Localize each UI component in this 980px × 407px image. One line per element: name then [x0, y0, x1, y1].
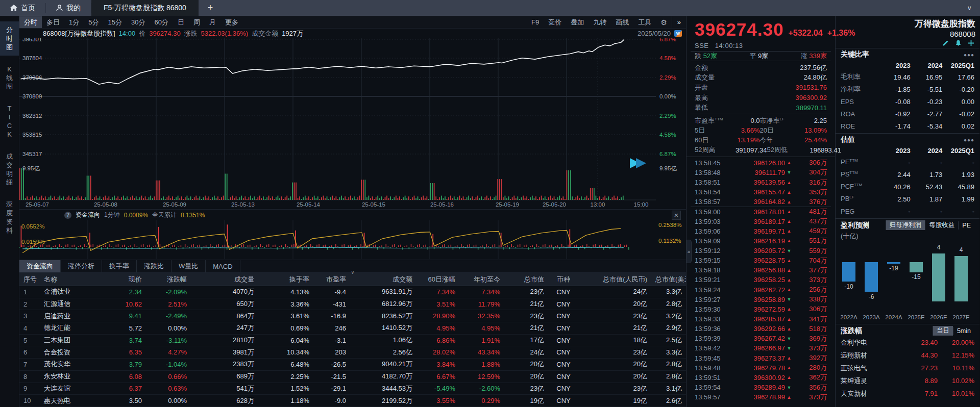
tab-W量比[interactable]: W量比 — [172, 260, 206, 272]
cell: 7.34% — [459, 288, 504, 296]
table-row[interactable]: 4德龙汇能5.720.00%247万0.69%2461410.52万4.95%4… — [19, 322, 686, 335]
tab-MACD[interactable]: MACD — [206, 260, 240, 272]
toolbar-item-叠加[interactable]: 叠加 — [566, 16, 589, 28]
table-row[interactable]: 1金浦钛业2.34-2.09%4070万4.13%-9.49631.91万7.3… — [19, 286, 686, 298]
mover-row[interactable]: 天安新材7.9110.01% — [841, 387, 974, 400]
main-intraday-chart[interactable]: 3963013878043793063708093623123538153453… — [19, 38, 686, 209]
mine-tab[interactable]: 我的 — [46, 0, 91, 16]
capital-flow-svg[interactable]: 0.0552%0.0159%0.2538%0.1132% — [19, 220, 687, 259]
toolbar-item-F9[interactable]: F9 — [527, 16, 544, 28]
forecast-tab-PE[interactable]: PE — [958, 221, 974, 230]
mover-pct: 12.15% — [938, 351, 974, 359]
column-header-总市值(人民币)[interactable]: 总市值(人民币) — [579, 275, 651, 284]
cell: -5.49% — [416, 385, 459, 392]
toolbar-item-日[interactable]: 日 — [173, 16, 189, 28]
table-row[interactable]: 10惠天热电3.500.00%628万1.18%-9.02199.52万3.55… — [19, 395, 686, 407]
main-column: 分时多日1分5分15分30分60分日周月更多F9竞价叠加九转画线工具⚙» 868… — [19, 16, 687, 407]
settings-gear-icon[interactable]: ⚙ — [656, 16, 672, 28]
sidebar-item-分时图[interactable]: 分时图 — [0, 21, 19, 56]
column-header-成交量[interactable]: 成交量 — [191, 275, 258, 284]
toolbar-item-画线[interactable]: 画线 — [611, 16, 633, 28]
toolbar-item-分时[interactable]: 分时 — [19, 16, 42, 28]
table-row[interactable]: 9大连友谊6.370.63%541万1.52%-29.13444.53万-5.4… — [19, 383, 686, 395]
active-document-tab[interactable]: F5-万得微盘股指数 86800 — [91, 0, 199, 16]
column-header-涨跌幅[interactable]: 涨跌幅 — [146, 275, 191, 284]
forecast-tab-归母净利润[interactable]: 归母净利润 — [886, 220, 925, 230]
svg-text:9.95亿: 9.95亿 — [22, 165, 40, 171]
cell: 2.6亿 — [651, 396, 686, 405]
column-header-币种[interactable]: 币种 — [548, 275, 579, 284]
tab-涨跌比[interactable]: 涨跌比 — [137, 260, 172, 272]
alert-bell-icon[interactable] — [955, 40, 962, 46]
time-and-sales-list[interactable]: 13:58:45396126.00▲306万13:58:48396111.79▼… — [687, 157, 835, 407]
sidebar-item-成交明细[interactable]: 成交明细 — [0, 148, 19, 191]
help-icon[interactable]: ? — [64, 212, 71, 219]
toolbar-item-1分[interactable]: 1分 — [64, 16, 84, 28]
forecast-bar-chart[interactable]: -102022A-62023A-192024A-152025E42026E420… — [836, 242, 979, 324]
table-row[interactable]: 7茂化实华3.79-1.04%2383万6.48%-26.59040.21万3.… — [19, 359, 686, 371]
tab-资金流向[interactable]: 资金流向 — [19, 260, 61, 272]
cell: -2.09% — [146, 288, 191, 296]
tape-row: 13:59:15396228.75▲704万 — [691, 256, 831, 265]
capital-flow-chart[interactable]: 0.0552%0.0159%0.2538%0.1132% — [19, 220, 686, 261]
more-options-icon[interactable]: ●●● — [964, 137, 974, 143]
main-chart-svg[interactable]: 3963013878043793063708093623123538153453… — [19, 38, 687, 209]
column-header-市盈率[interactable]: 市盈率 — [313, 275, 350, 284]
toolbar-item-更多[interactable]: 更多 — [220, 16, 243, 28]
column-header-成交额[interactable]: 成交额 — [350, 275, 416, 284]
column-header-现价[interactable]: 现价 — [106, 275, 146, 284]
tabbar-collapse-button[interactable]: ∨ — [959, 0, 980, 16]
table-row[interactable]: 5三木集团3.74-3.11%2810万6.04%-3.11.06亿6.86%1… — [19, 335, 686, 347]
sidebar-item-K线图[interactable]: K线图 — [0, 61, 19, 95]
toolbar-item-60分[interactable]: 60分 — [150, 16, 173, 28]
mover-row[interactable]: 金利华电23.4020.00% — [841, 336, 974, 349]
column-header-年初至今[interactable]: 年初至今 — [459, 275, 504, 284]
chevron-down-icon[interactable]: ∨ — [351, 269, 354, 275]
toolbar-item-九转[interactable]: 九转 — [589, 16, 611, 28]
column-header-名称[interactable]: 名称 — [40, 275, 106, 284]
toolbar-item-月[interactable]: 月 — [205, 16, 220, 28]
toolbar-item-5分[interactable]: 5分 — [84, 16, 103, 28]
home-tab[interactable]: 首页 — [0, 0, 45, 16]
close-icon[interactable]: × — [672, 211, 681, 220]
forecast-tab-每股收益[interactable]: 每股收益 — [925, 220, 958, 230]
toolbar-item-30分[interactable]: 30分 — [127, 16, 150, 28]
sidebar-item-TICK[interactable]: TICK — [0, 100, 19, 143]
cell: 2.25% — [258, 373, 313, 380]
toolbar-item-15分[interactable]: 15分 — [103, 16, 126, 28]
ratio-label: PEG — [841, 208, 878, 215]
table-row[interactable]: 2汇源通信10.622.51%650万3.36%-4316812.96万3.51… — [19, 298, 686, 311]
movers-tab-5min[interactable]: 5min — [953, 327, 974, 335]
table-row[interactable]: 3启迪药业9.41-2.49%864万3.61%-16.98236.52万28.… — [19, 310, 686, 322]
column-header-序号[interactable]: 序号 — [19, 275, 40, 284]
mover-row[interactable]: 正弦电气27.2310.11% — [841, 362, 974, 374]
add-plus-icon[interactable] — [968, 40, 974, 46]
toolbar-item-周[interactable]: 周 — [189, 16, 205, 28]
column-header-换手率[interactable]: 换手率 — [258, 275, 313, 284]
mover-row[interactable]: 莱绅通灵8.8910.02% — [841, 374, 974, 387]
column-header-总市值(美元)[interactable]: 总市值(美元) — [651, 275, 686, 284]
tab-涨停分析[interactable]: 涨停分析 — [61, 260, 102, 272]
tape-row: 13:59:33396285.87▲341万 — [691, 314, 831, 324]
column-header-总市值[interactable]: 总市值 — [504, 275, 548, 284]
panel-expand-icon[interactable]: » — [672, 16, 686, 28]
sidebar-item-深度资料[interactable]: 深度资料 — [0, 196, 19, 239]
table-row[interactable]: 6合金投资6.354.27%3981万10.34%2032.56亿28.02%4… — [19, 346, 686, 359]
toolbar-item-多日[interactable]: 多日 — [42, 16, 64, 28]
panel-collapse-handle[interactable]: » — [686, 240, 692, 263]
toolbar-item-工具[interactable]: 工具 — [633, 16, 656, 28]
capital-flow-pane[interactable]: ? 资金流向 1分钟 0.0009% 全天累计 0.1351% × 0.0552… — [19, 209, 686, 260]
tab-换手率[interactable]: 换手率 — [102, 260, 137, 272]
column-header-60日涨幅[interactable]: 60日涨幅 — [416, 275, 459, 284]
edit-pencil-icon[interactable] — [942, 40, 949, 46]
tape-time: 13:59:42 — [695, 344, 728, 352]
table-row[interactable]: 8永安林业6.080.66%689万2.25%-21.54182.70万6.67… — [19, 371, 686, 383]
toolbar-item-竞价[interactable]: 竞价 — [544, 16, 566, 28]
more-options-icon[interactable]: ●●● — [964, 52, 974, 58]
cell: 2383万 — [191, 360, 258, 369]
movers-list: 金利华电23.4020.00%远翔新材44.3012.15%正弦电气27.231… — [836, 336, 979, 400]
mover-row[interactable]: 远翔新材44.3012.15% — [841, 349, 974, 362]
new-tab-button[interactable]: + — [199, 0, 223, 16]
tape-price: 396178.01 — [728, 208, 785, 216]
movers-tab-当日[interactable]: 当日 — [933, 326, 953, 336]
